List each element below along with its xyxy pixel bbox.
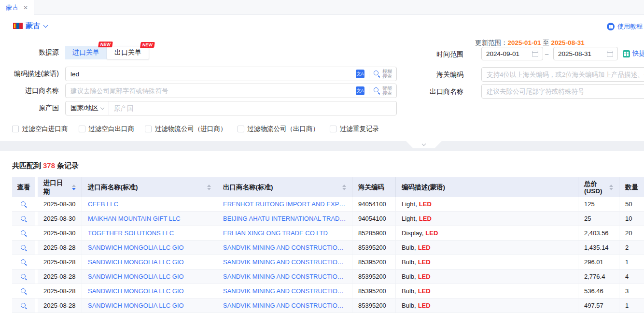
- view-search-icon[interactable]: [20, 259, 27, 266]
- cell-view: [12, 226, 38, 240]
- start-date-input[interactable]: [486, 50, 527, 57]
- fuzzy-search-label: 模糊搜索: [382, 69, 392, 79]
- view-search-icon[interactable]: [20, 302, 27, 309]
- sort-icon[interactable]: [609, 185, 613, 190]
- led-highlight: LED: [418, 273, 431, 280]
- importer-link[interactable]: SANDWICH MONGOLIA LLC GIO: [88, 302, 184, 309]
- grid-icon: [623, 50, 630, 57]
- origin-region-select[interactable]: 国家/地区: [66, 101, 109, 115]
- section-divider-strip: [0, 141, 644, 151]
- view-search-icon[interactable]: [20, 230, 27, 237]
- origin-input[interactable]: [109, 105, 396, 112]
- update-from-date: 2025-01-01: [508, 39, 541, 46]
- fuzzy-search-button[interactable]: 模糊搜索: [369, 69, 396, 79]
- checkbox-blank-exporter[interactable]: 过滤空白出口商: [79, 125, 135, 133]
- end-date-picker[interactable]: [553, 47, 618, 60]
- sort-icon[interactable]: [342, 185, 346, 190]
- exporter-input[interactable]: [481, 84, 644, 99]
- importer-group: 文A 智能搜索: [65, 84, 397, 98]
- cell-importer: CEEB LLC: [82, 197, 217, 211]
- translate-icon[interactable]: 文A: [356, 70, 364, 78]
- view-search-icon[interactable]: [20, 244, 27, 251]
- led-highlight: LED: [418, 258, 431, 266]
- importer-link[interactable]: SANDWICH MONGOLIA LLC GIO: [88, 287, 184, 295]
- smart-search-label: 智能搜索: [382, 86, 392, 96]
- translate-icon[interactable]: 文A: [356, 86, 364, 95]
- smart-search-button[interactable]: 智能搜索: [369, 86, 396, 96]
- importer-link[interactable]: SANDWICH MONGOLIA LLC GIO: [88, 258, 184, 266]
- table-row: 2025-08-30TOGETHER SOLUTIONS LLCERLIAN X…: [12, 226, 644, 241]
- exporter-link[interactable]: SANDVIK MINING AND CONSTRUCTION L...: [223, 287, 346, 295]
- view-search-icon[interactable]: [20, 215, 27, 222]
- col-hs-code: 海关编码: [352, 177, 396, 197]
- importer-input[interactable]: [66, 87, 356, 95]
- tab-import-records[interactable]: 进口关单 NEW: [65, 46, 107, 59]
- close-icon[interactable]: ✕: [23, 4, 28, 11]
- new-badge: NEW: [140, 42, 155, 48]
- exporter-link[interactable]: SANDVIK MINING AND CONSTRUCTION L...: [223, 273, 346, 280]
- importer-link[interactable]: MAIKHAN MOUNTAIN GIFT LLC: [88, 215, 181, 222]
- led-highlight: LED: [419, 215, 432, 222]
- tab-bar: 蒙古 ✕: [0, 0, 644, 15]
- cell-import-date: 2025-08-28: [38, 270, 82, 284]
- page-tab-mongolia[interactable]: 蒙古 ✕: [0, 0, 34, 15]
- end-date-input[interactable]: [558, 50, 599, 57]
- country-selector[interactable]: 蒙古: [26, 21, 47, 30]
- sort-icon[interactable]: [72, 185, 76, 190]
- led-highlight: LED: [418, 302, 431, 309]
- start-date-picker[interactable]: [481, 47, 543, 60]
- cell-view: [12, 284, 38, 298]
- cell-importer: SANDWICH MONGOLIA LLC GIO: [82, 270, 217, 284]
- cell-import-date: 2025-08-30: [38, 212, 82, 226]
- exporter-link[interactable]: ERENHOT RUITONG IMPORT AND EXPORT ...: [223, 200, 346, 208]
- importer-link[interactable]: SANDWICH MONGOLIA LLC GIO: [88, 244, 184, 251]
- cell-view: [12, 299, 38, 313]
- exporter-link[interactable]: SANDVIK MINING AND CONSTRUCTION L...: [223, 258, 346, 266]
- cell-importer: MAIKHAN MOUNTAIN GIFT LLC: [82, 212, 217, 226]
- time-range-label: 时间范围: [422, 50, 463, 59]
- cell-total-usd: 1,435.14: [578, 241, 619, 255]
- cell-quantity: 50: [619, 197, 644, 211]
- view-search-icon[interactable]: [20, 201, 27, 208]
- cell-importer: SANDWICH MONGOLIA LLC GIO: [82, 284, 217, 298]
- cell-view: [12, 197, 38, 211]
- view-search-icon[interactable]: [20, 288, 27, 295]
- col-importer[interactable]: 进口商名称(标准): [82, 177, 217, 197]
- exporter-link[interactable]: ERLIAN XINGLONG TRADE CO LTD: [223, 229, 328, 237]
- view-search-icon[interactable]: [20, 273, 27, 280]
- cell-importer: SANDWICH MONGOLIA LLC GIO: [82, 299, 217, 313]
- checkbox-label: 过滤空白进口商: [22, 125, 68, 133]
- data-source-row: 数据源 进口关单 NEW 出口关单 NEW: [0, 45, 149, 60]
- cell-exporter: SANDVIK MINING AND CONSTRUCTION L...: [217, 270, 352, 284]
- col-total-usd[interactable]: 总价(USD): [578, 177, 619, 197]
- importer-link[interactable]: SANDWICH MONGOLIA LLC GIO: [88, 273, 184, 280]
- checkbox-label: 过滤物流公司（出口商）: [248, 125, 320, 133]
- search-icon: [374, 87, 380, 94]
- checkbox-icon: [79, 126, 85, 132]
- code-desc-input[interactable]: [66, 71, 356, 78]
- col-exporter[interactable]: 出口商名称(标准): [217, 177, 352, 197]
- cell-exporter: SANDVIK MINING AND CONSTRUCTION L...: [217, 299, 352, 313]
- cell-import-date: 2025-08-28: [38, 299, 82, 313]
- exporter-link[interactable]: BEIJING AHATU INTERNATIONAL TRADE C...: [223, 215, 346, 222]
- tab-export-records[interactable]: 出口关单 NEW: [107, 46, 149, 59]
- importer-link[interactable]: CEEB LLC: [88, 200, 118, 208]
- sort-icon[interactable]: [207, 185, 211, 190]
- exporter-link[interactable]: SANDVIK MINING AND CONSTRUCTION L...: [223, 244, 346, 251]
- table-row: 2025-08-28SANDWICH MONGOLIA LLC GIOSANDV…: [12, 255, 644, 270]
- checkbox-duplicate-records[interactable]: 过滤重复记录: [330, 125, 379, 133]
- exporter-link[interactable]: SANDVIK MINING AND CONSTRUCTION L...: [223, 302, 346, 309]
- tutorial-link[interactable]: 使用教程: [607, 22, 643, 31]
- checkbox-blank-importer[interactable]: 过滤空白进口商: [12, 125, 68, 133]
- quick-select-button[interactable]: 快捷: [623, 49, 644, 58]
- results-table: 查看 进口日期 进口商名称(标准) 出口商名称(标准) 海关编码 编码描述(蒙语…: [12, 177, 644, 313]
- led-highlight: LED: [419, 200, 432, 208]
- col-import-date[interactable]: 进口日期: [38, 177, 82, 197]
- table-body: 2025-08-30CEEB LLCERENHOT RUITONG IMPORT…: [12, 197, 644, 313]
- checkbox-logistics-exporter[interactable]: 过滤物流公司（出口商）: [238, 125, 320, 133]
- importer-link[interactable]: TOGETHER SOLUTIONS LLC: [88, 229, 174, 237]
- chevron-down-icon: [422, 142, 426, 146]
- col-code-desc: 编码描述(蒙语): [396, 177, 578, 197]
- checkbox-logistics-importer[interactable]: 过滤物流公司（进口商）: [145, 125, 227, 133]
- hs-code-input[interactable]: [481, 67, 644, 82]
